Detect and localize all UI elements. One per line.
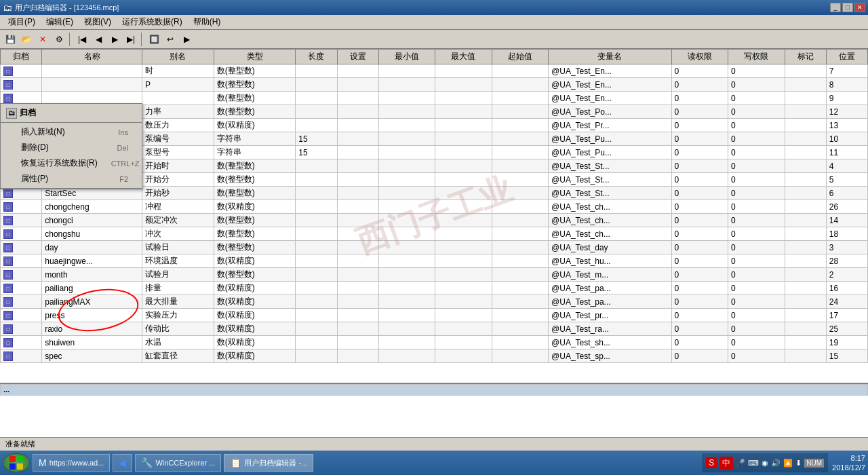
- main-table-container[interactable]: 西门子工业 归档 名称 别名 类型 长度 设置 最小值 最大值 起始值 变量名 …: [0, 49, 868, 383]
- cell-11: 0: [728, 214, 785, 227]
- svg-rect-0: [9, 456, 16, 462]
- num-lock: NUM: [804, 459, 824, 468]
- toolbar-first[interactable]: |◀: [75, 32, 90, 47]
- ctx-insert[interactable]: 插入新域(N) Ins: [1, 124, 142, 140]
- col-header-init[interactable]: 起始值: [492, 50, 548, 64]
- table-row[interactable]: □pailiangMAX最大排量数(双精度)@UA_Test_pa...0024: [1, 295, 868, 309]
- col-header-min[interactable]: 最小值: [378, 50, 435, 64]
- table-row[interactable]: □chongci额定冲次数(整型数)@UA_Test_ch...0014: [1, 214, 868, 227]
- maximize-button[interactable]: □: [842, 3, 853, 12]
- toolbar-open[interactable]: 📂: [19, 32, 34, 47]
- cell-2: 时: [142, 64, 214, 78]
- col-header-name[interactable]: 名称: [42, 50, 142, 64]
- cell-12: [785, 159, 826, 173]
- cell-8: [492, 214, 548, 227]
- taskbar-app-arrow[interactable]: ◀: [113, 454, 132, 472]
- toolbar-prev[interactable]: ◀: [91, 32, 106, 47]
- toolbar-save[interactable]: 💾: [3, 32, 18, 47]
- col-header-pos[interactable]: 位置: [826, 50, 867, 64]
- toolbar-last[interactable]: ▶|: [123, 32, 138, 47]
- table-row[interactable]: □huaejingwe...环境温度数(双精度)@UA_Test_hu...00…: [1, 254, 868, 268]
- keyboard-indicator[interactable]: ⌨: [748, 459, 759, 468]
- table-row[interactable]: □chongcheng冲程数(双精度)@UA_Test_ch...0026: [1, 200, 868, 214]
- cell-0: □: [1, 336, 42, 349]
- toolbar-delete[interactable]: ✕: [35, 32, 50, 47]
- col-header-mark[interactable]: 标记: [785, 50, 826, 64]
- col-header-archive[interactable]: 归档: [1, 50, 42, 64]
- bottom-table-container[interactable]: ...: [0, 383, 868, 437]
- row-icon: □: [3, 216, 13, 225]
- cell-2: P: [142, 78, 214, 92]
- cell-2: 泵编号: [142, 132, 214, 146]
- table-row[interactable]: □shuiwen水温数(双精度)@UA_Test_sh...0019: [1, 336, 868, 349]
- cell-12: [785, 282, 826, 295]
- col-header-type[interactable]: 类型: [214, 50, 296, 64]
- table-row[interactable]: □raxio传动比数(双精度)@UA_Test_ra...0025: [1, 322, 868, 336]
- volume-icon[interactable]: 🔊: [771, 459, 781, 468]
- table-row[interactable]: □pailiang排量数(双精度)@UA_Test_pa...0016: [1, 282, 868, 295]
- cell-3: 数(双精度): [214, 282, 296, 295]
- cell-13: 28: [826, 254, 867, 268]
- col-header-setting[interactable]: 设置: [337, 50, 378, 64]
- mic-indicator[interactable]: 🎤: [736, 459, 745, 468]
- col-header-length[interactable]: 长度: [296, 50, 337, 64]
- cell-13: 18: [826, 227, 867, 241]
- taskbar-app-browser[interactable]: M https://www.ad...: [33, 454, 110, 472]
- cell-4: [296, 64, 337, 78]
- ime-indicator[interactable]: S: [706, 457, 717, 468]
- cell-0: □: [1, 78, 42, 92]
- cell-8: [492, 322, 548, 336]
- menu-edit[interactable]: 编辑(E): [41, 15, 79, 29]
- cell-3: 数(双精度): [214, 322, 296, 336]
- close-button[interactable]: ✕: [854, 3, 865, 12]
- taskbar: M https://www.ad... ◀ 🔧 WinCCExplorer ..…: [0, 451, 868, 475]
- svg-rect-2: [9, 463, 16, 470]
- menu-view[interactable]: 视图(V): [79, 15, 117, 29]
- cell-10: 0: [671, 227, 728, 241]
- table-row[interactable]: □chongshu冲次数(整型数)@UA_Test_ch...0018: [1, 227, 868, 241]
- row-icon: □: [3, 338, 13, 347]
- cell-6: [378, 268, 435, 282]
- lang-indicator[interactable]: 中: [719, 457, 733, 470]
- menu-project[interactable]: 项目(P): [3, 15, 41, 29]
- col-header-max[interactable]: 最大值: [435, 50, 492, 64]
- cell-10: 0: [671, 187, 728, 200]
- col-header-write[interactable]: 写权限: [728, 50, 785, 64]
- toolbar-next[interactable]: ▶: [107, 32, 122, 47]
- time-display[interactable]: 8:17 2018/12/7: [832, 453, 865, 473]
- table-row[interactable]: □month试验月数(整型数)@UA_Test_m...002: [1, 268, 868, 282]
- cell-5: [337, 146, 378, 159]
- table-row[interactable]: □press实验压力数(双精度)@UA_Test_pr...0017: [1, 309, 868, 322]
- cell-3: 数(双精度): [214, 309, 296, 322]
- minimize-button[interactable]: _: [830, 3, 841, 12]
- toolbar-settings[interactable]: ⚙: [52, 32, 66, 47]
- cell-6: [378, 214, 435, 227]
- ctx-properties[interactable]: 属性(P) F2: [1, 171, 142, 187]
- menu-help[interactable]: 帮助(H): [188, 15, 226, 29]
- cell-7: [435, 119, 492, 132]
- cell-5: [337, 78, 378, 92]
- table-row[interactable]: □spec缸套直径数(双精度)@UA_Test_sp...0015: [1, 349, 868, 363]
- ctx-restore[interactable]: 恢复运行系统数据(R) CTRL+Z: [1, 155, 142, 171]
- cell-5: [337, 200, 378, 214]
- toolbar-run[interactable]: ▶: [179, 32, 194, 47]
- menu-runtime[interactable]: 运行系统数据(R): [117, 15, 188, 29]
- cell-4: [296, 349, 337, 363]
- table-row[interactable]: □day试验日数(整型数)@UA_Test_day003: [1, 241, 868, 254]
- cell-10: 0: [671, 268, 728, 282]
- start-button[interactable]: [3, 453, 30, 472]
- col-header-varname[interactable]: 变量名: [549, 50, 672, 64]
- col-header-read[interactable]: 读权限: [671, 50, 728, 64]
- cell-0: □: [1, 268, 42, 282]
- ctx-delete[interactable]: 删除(D) Del: [1, 140, 142, 155]
- cell-7: [435, 187, 492, 200]
- col-header-alias[interactable]: 别名: [142, 50, 214, 64]
- cell-7: [435, 105, 492, 119]
- toolbar-grid[interactable]: 🔲: [146, 32, 161, 47]
- taskbar-app-wincc[interactable]: 🔧 WinCCExplorer ...: [135, 454, 221, 472]
- toolbar-undo[interactable]: ↩: [163, 32, 178, 47]
- cell-12: [785, 254, 826, 268]
- taskbar-app-editor[interactable]: 📋 用户归档编辑器 -...: [224, 454, 313, 472]
- table-row[interactable]: □P数(整型数)@UA_Test_En...008: [1, 78, 868, 92]
- table-row[interactable]: □时数(整型数)@UA_Test_En...007: [1, 64, 868, 78]
